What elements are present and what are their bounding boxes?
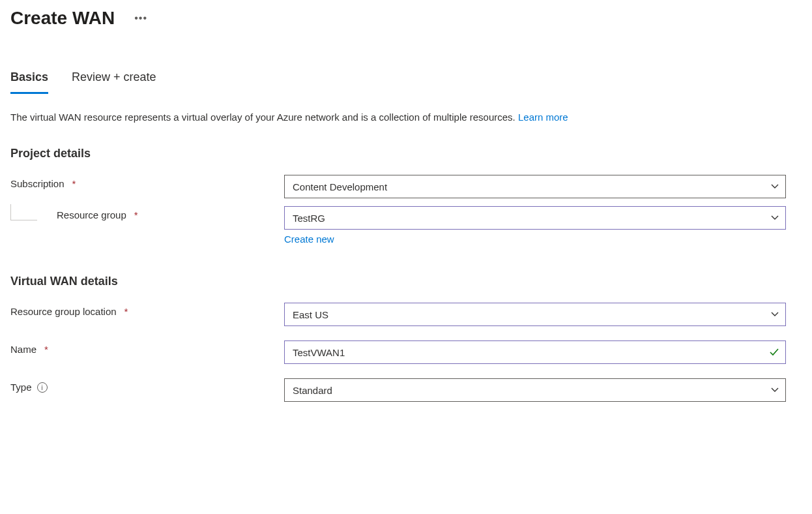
chevron-down-icon	[770, 386, 779, 395]
row-type: Type i Standard	[10, 378, 802, 402]
label-subscription: Subscription*	[10, 175, 284, 189]
row-resource-group: Resource group* TestRG Create new	[10, 206, 802, 245]
label-location: Resource group location*	[10, 303, 284, 317]
check-icon	[769, 347, 779, 357]
row-subscription: Subscription* Content Development	[10, 175, 802, 198]
chevron-down-icon	[770, 310, 779, 319]
row-name: Name* TestVWAN1	[10, 340, 802, 364]
type-select[interactable]: Standard	[284, 378, 786, 402]
required-asterisk: *	[44, 344, 48, 355]
page-header: Create WAN •••	[10, 8, 802, 29]
chevron-down-icon	[770, 213, 779, 222]
description-text: The virtual WAN resource represents a vi…	[10, 110, 802, 125]
subscription-select[interactable]: Content Development	[284, 175, 786, 198]
name-input[interactable]: TestVWAN1	[284, 340, 786, 364]
required-asterisk: *	[72, 178, 76, 189]
tab-basics[interactable]: Basics	[10, 68, 48, 94]
required-asterisk: *	[124, 306, 128, 317]
required-asterisk: *	[134, 209, 138, 220]
chevron-down-icon	[770, 182, 779, 191]
tab-review-create[interactable]: Review + create	[72, 68, 156, 94]
label-name: Name*	[10, 340, 284, 355]
location-select[interactable]: East US	[284, 303, 786, 326]
tabs: Basics Review + create	[10, 68, 802, 94]
resource-group-select[interactable]: TestRG	[284, 206, 786, 230]
row-location: Resource group location* East US	[10, 303, 802, 326]
description-body: The virtual WAN resource represents a vi…	[10, 112, 518, 123]
more-icon[interactable]: •••	[130, 10, 151, 27]
page-title: Create WAN	[10, 8, 115, 29]
create-new-link[interactable]: Create new	[284, 234, 334, 245]
section-title-project-details: Project details	[10, 147, 802, 160]
label-resource-group: Resource group*	[10, 206, 284, 220]
section-title-wan-details: Virtual WAN details	[10, 275, 802, 288]
label-type: Type i	[10, 378, 284, 393]
learn-more-link[interactable]: Learn more	[518, 112, 568, 123]
info-icon[interactable]: i	[37, 382, 48, 393]
